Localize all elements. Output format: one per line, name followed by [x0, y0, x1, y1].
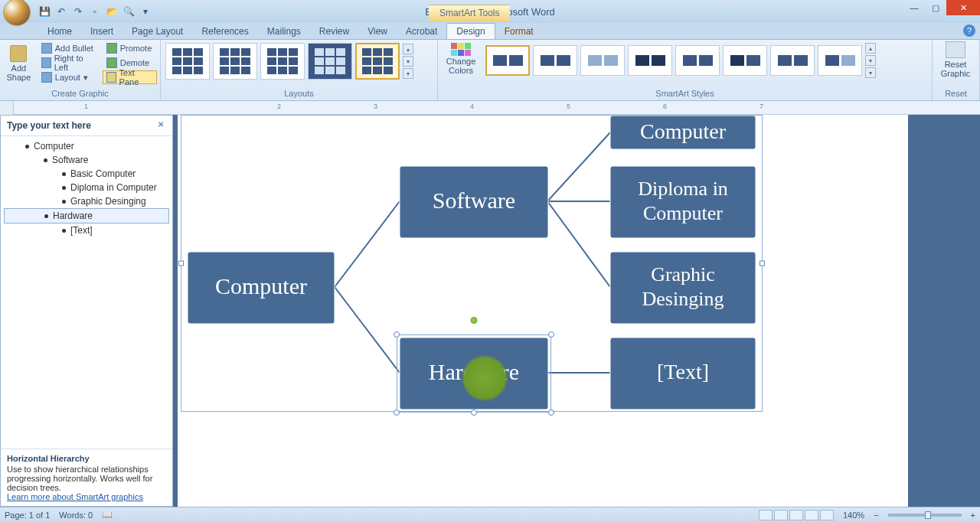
tab-view[interactable]: View [358, 24, 397, 39]
tab-home[interactable]: Home [38, 24, 81, 39]
style-thumb-6[interactable] [723, 45, 767, 76]
selection-handle[interactable] [394, 409, 400, 416]
open-icon[interactable]: 📂 [106, 5, 118, 18]
layout-thumb-2[interactable] [213, 43, 257, 80]
selection-handle[interactable] [394, 331, 400, 338]
reset-graphic-button[interactable]: Reset Graphic [936, 41, 975, 78]
tp-item[interactable]: Diploma in Computer [4, 181, 169, 194]
group-reset: Reset Graphic Reset [933, 40, 980, 100]
style-thumb-7[interactable] [770, 45, 815, 76]
text-pane-close-icon[interactable]: ✕ [155, 120, 166, 131]
new-icon[interactable]: ▫ [89, 5, 101, 18]
learn-more-link[interactable]: Learn more about SmartArt graphics [7, 492, 166, 501]
demote-icon [106, 57, 117, 68]
tab-page-layout[interactable]: Page Layout [122, 24, 192, 39]
svg-text:Desinging: Desinging [642, 288, 724, 310]
minimize-button[interactable]: — [903, 0, 925, 15]
style-thumb-3[interactable] [580, 45, 625, 76]
view-web-layout[interactable] [789, 510, 803, 520]
spellcheck-icon[interactable]: 📖 [102, 510, 113, 520]
qat-more-icon[interactable]: ▾ [139, 5, 152, 18]
zoom-level[interactable]: 140% [843, 511, 864, 520]
reset-icon [946, 41, 965, 58]
layout-thumb-3[interactable] [260, 43, 305, 80]
selection-handle[interactable] [548, 409, 554, 416]
gallery-more-icon[interactable]: ▾ [403, 68, 413, 79]
view-full-screen[interactable] [774, 510, 788, 520]
info-title: Horizontal Hierarchy [7, 454, 166, 463]
tab-design[interactable]: Design [446, 23, 495, 39]
status-page[interactable]: Page: 1 of 1 [5, 511, 50, 520]
view-draft[interactable] [820, 510, 834, 520]
gallery-down-icon[interactable]: ▾ [403, 56, 413, 67]
office-button[interactable] [3, 0, 31, 26]
svg-line-4 [547, 201, 610, 287]
style-thumb-2[interactable] [533, 45, 577, 76]
contextual-tab-label: SmartArt Tools [429, 5, 510, 21]
right-to-left-button[interactable]: Right to Left [38, 56, 100, 70]
styles-more-icon[interactable]: ▾ [865, 67, 876, 78]
tp-item[interactable]: Graphic Desinging [4, 194, 169, 208]
text-pane-icon [106, 72, 116, 83]
tp-item[interactable]: Software [4, 153, 169, 167]
style-thumb-1[interactable] [485, 45, 530, 76]
group-label-create-graphic: Create Graphic [3, 88, 157, 99]
save-icon[interactable]: 💾 [38, 5, 51, 18]
style-thumb-4[interactable] [628, 45, 672, 76]
text-pane-body[interactable]: Computer Software Basic Computer Diploma… [1, 136, 172, 449]
document-canvas[interactable]: Computer Software Hardware Computer Dipl… [173, 115, 980, 507]
rtl-icon [41, 57, 51, 68]
tab-mailings[interactable]: Mailings [258, 24, 310, 39]
layout-thumb-1[interactable] [165, 43, 210, 80]
view-buttons [759, 510, 834, 520]
group-create-graphic: Add Shape Add Bullet Right to Left Layou… [0, 40, 161, 100]
tp-item[interactable]: Computer [4, 139, 169, 153]
maximize-button[interactable]: ▢ [925, 0, 946, 15]
layout-button[interactable]: Layout▾ [38, 70, 100, 84]
add-shape-button[interactable]: Add Shape [3, 41, 34, 86]
redo-icon[interactable]: ↷ [72, 5, 84, 18]
undo-icon[interactable]: ↶ [55, 5, 67, 18]
close-button[interactable]: ✕ [946, 0, 980, 15]
tab-insert[interactable]: Insert [81, 24, 122, 39]
view-print-layout[interactable] [759, 510, 773, 520]
styles-down-icon[interactable]: ▾ [865, 55, 876, 66]
layout-thumb-4[interactable] [308, 43, 352, 80]
smartart-frame[interactable]: Computer Software Hardware Computer Dipl… [181, 115, 763, 412]
add-shape-icon [10, 45, 27, 62]
tp-item[interactable]: Basic Computer [4, 167, 169, 181]
text-pane-button[interactable]: Text Pane [103, 70, 157, 84]
group-layouts: ▴ ▾ ▾ Layouts [161, 40, 438, 100]
info-desc: Use to show hierarchical relationships p… [7, 465, 166, 492]
zoom-in-icon[interactable]: + [971, 511, 975, 520]
ruler-corner[interactable] [0, 101, 14, 115]
bullet-icon [62, 186, 66, 190]
ribbon: Add Shape Add Bullet Right to Left Layou… [0, 40, 980, 101]
tp-item[interactable]: [Text] [4, 223, 169, 237]
view-outline[interactable] [805, 510, 818, 520]
styles-up-icon[interactable]: ▴ [865, 43, 876, 54]
zoom-slider[interactable] [888, 514, 962, 517]
group-label-styles: SmartArt Styles [441, 88, 929, 99]
tab-acrobat[interactable]: Acrobat [397, 24, 446, 39]
rotation-handle[interactable] [471, 317, 478, 324]
selection-handle[interactable] [548, 331, 554, 338]
bullet-icon [44, 158, 47, 162]
style-thumb-8[interactable] [818, 45, 862, 76]
zoom-out-icon[interactable]: − [874, 511, 878, 520]
tp-item-selected[interactable]: Hardware [4, 208, 169, 223]
tab-format[interactable]: Format [495, 24, 543, 39]
svg-text:Computer: Computer [640, 119, 727, 143]
selection-handle[interactable] [471, 409, 477, 416]
change-colors-button[interactable]: Change Colors [441, 41, 481, 77]
status-words[interactable]: Words: 0 [59, 511, 93, 520]
print-preview-icon[interactable]: 🔍 [122, 5, 135, 18]
tab-references[interactable]: References [192, 24, 257, 39]
layout-thumb-5-selected[interactable] [355, 43, 400, 80]
style-thumb-5[interactable] [675, 45, 720, 76]
gallery-up-icon[interactable]: ▴ [403, 44, 413, 54]
zoom-thumb[interactable] [925, 511, 931, 519]
help-icon[interactable]: ? [963, 24, 975, 37]
promote-button[interactable]: Promote [103, 41, 157, 55]
tab-review[interactable]: Review [310, 24, 358, 39]
